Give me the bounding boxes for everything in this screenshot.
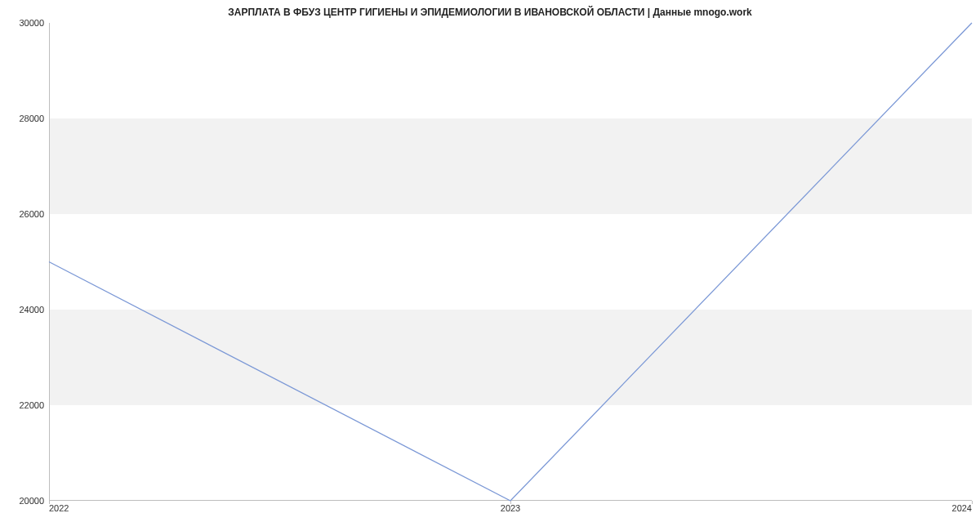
y-tick-label: 24000 xyxy=(3,305,44,315)
x-tick-mark xyxy=(49,501,50,504)
series-line xyxy=(49,23,972,501)
chart-title: ЗАРПЛАТА В ФБУЗ ЦЕНТР ГИГИЕНЫ И ЭПИДЕМИО… xyxy=(0,7,980,18)
y-tick-label: 20000 xyxy=(3,496,44,506)
x-tick-mark xyxy=(510,501,511,504)
plot-area xyxy=(49,23,972,501)
x-tick-label: 2024 xyxy=(952,503,972,513)
y-tick-label: 22000 xyxy=(3,400,44,410)
y-tick-label: 30000 xyxy=(3,18,44,28)
line-layer xyxy=(49,23,972,501)
chart-container: ЗАРПЛАТА В ФБУЗ ЦЕНТР ГИГИЕНЫ И ЭПИДЕМИО… xyxy=(0,0,980,531)
y-tick-label: 26000 xyxy=(3,209,44,219)
x-tick-mark xyxy=(972,501,973,504)
y-tick-label: 28000 xyxy=(3,114,44,123)
x-tick-label: 2022 xyxy=(49,503,69,513)
x-tick-label: 2023 xyxy=(501,503,520,513)
